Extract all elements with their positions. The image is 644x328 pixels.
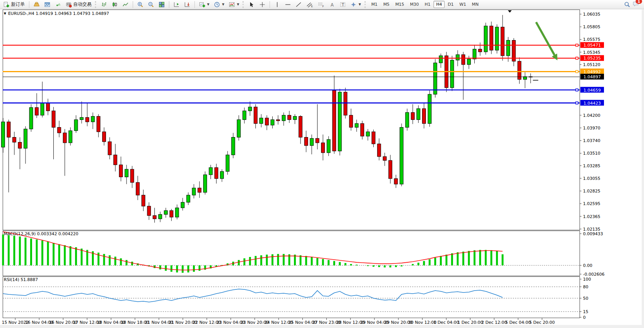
zoom-out-button[interactable] (146, 0, 156, 9)
auto-scroll-button[interactable] (172, 0, 181, 9)
chart-window-button[interactable] (42, 0, 52, 9)
text-tool[interactable]: A (327, 0, 337, 9)
autotrading-button[interactable]: 自动交易 (64, 0, 93, 9)
chevron-down-icon: ▼ (222, 3, 224, 6)
bar-chart-icon (101, 2, 107, 8)
macd-indicator-label: MACD(12,26,9) 0.003342 0.004220 (4, 231, 79, 236)
chart-window: 1.060351.058051.055751.053451.051201.042… (0, 10, 644, 328)
gold-icon (34, 2, 40, 8)
crosshair-icon (259, 2, 265, 8)
svg-text:1.03055: 1.03055 (583, 176, 601, 181)
zoom-in-icon (137, 2, 143, 8)
hline-tool[interactable] (283, 0, 293, 9)
svg-text:1.04897: 1.04897 (583, 74, 601, 79)
candlestick-button[interactable] (110, 0, 120, 9)
bar-chart-button[interactable] (99, 0, 109, 9)
svg-text:1.04659: 1.04659 (583, 88, 601, 93)
svg-text:5 Dec 04:00: 5 Dec 04:00 (505, 320, 531, 325)
signal-icon (55, 2, 61, 8)
svg-text:15 Nov 2022: 15 Nov 2022 (2, 320, 29, 325)
svg-text:1.03285: 1.03285 (583, 163, 601, 168)
svg-text:1.02135: 1.02135 (583, 227, 601, 232)
market-watch-button[interactable] (32, 0, 42, 9)
arrows-dropdown[interactable]: ▼ (348, 0, 363, 9)
timeframe-mn[interactable]: MN (469, 1, 482, 8)
svg-text:1.05345: 1.05345 (583, 50, 601, 55)
timeframe-m1[interactable]: M1 (369, 1, 381, 8)
svg-text:30 Nov 12:00: 30 Nov 12:00 (408, 320, 437, 325)
timeframe-h1[interactable]: H1 (422, 1, 433, 8)
line-chart-button[interactable] (120, 0, 130, 9)
chevron-down-icon: ▼ (207, 3, 209, 6)
timeframe-h4[interactable]: H4 (434, 1, 445, 8)
channel-tool[interactable]: E (304, 0, 315, 9)
svg-text:1.04423: 1.04423 (583, 101, 601, 106)
timeframe-d1[interactable]: D1 (445, 1, 456, 8)
svg-text:80: 80 (583, 284, 588, 289)
toolbar-grip (365, 1, 367, 8)
trendline-tool[interactable] (294, 0, 304, 9)
svg-text:E: E (311, 5, 313, 8)
signals-button[interactable] (53, 0, 63, 9)
periods-dropdown[interactable]: ▼ (212, 0, 226, 9)
svg-text:1.03970: 1.03970 (583, 126, 601, 131)
svg-text:0: 0 (583, 315, 586, 320)
svg-text:-0.002606: -0.002606 (583, 272, 604, 277)
trendline-icon (296, 2, 302, 8)
text-icon: A (329, 2, 335, 8)
new-order-button[interactable]: 新订单 (2, 0, 27, 9)
svg-text:A: A (331, 2, 334, 7)
line-chart-icon (122, 2, 128, 8)
new-chart-dropdown[interactable]: ▼ (197, 0, 211, 9)
zoom-in-button[interactable] (135, 0, 145, 9)
mt4-window: 新订单 (0, 0, 644, 328)
timeframe-w1[interactable]: W1 (457, 1, 469, 8)
svg-text:1.05575: 1.05575 (583, 37, 601, 42)
svg-text:1.05235: 1.05235 (583, 56, 601, 61)
timeframe-m15[interactable]: M15 (393, 1, 407, 8)
svg-text:0.00: 0.00 (583, 263, 593, 268)
toolbar-grip (243, 1, 245, 8)
notifications-button[interactable]: 1 (633, 1, 639, 8)
timeframe-m30[interactable]: M30 (407, 1, 422, 8)
vline-tool[interactable] (272, 0, 282, 9)
toolbar: 新订单 (0, 0, 644, 9)
fibonacci-icon: F (318, 2, 324, 8)
shapes-icon (350, 2, 357, 8)
cursor-tool[interactable] (247, 0, 257, 9)
indicators-icon (229, 2, 235, 8)
zoom-out-icon (148, 2, 154, 8)
svg-text:1.05120: 1.05120 (583, 62, 601, 67)
svg-text:1.04200: 1.04200 (583, 113, 601, 118)
chart-canvas[interactable]: 1.060351.058051.055751.053451.051201.042… (0, 10, 644, 328)
symbol-dropdown-icon[interactable]: ▼ (4, 12, 6, 15)
toolbar-right: 1 (624, 1, 642, 8)
tile-windows-button[interactable] (157, 0, 167, 9)
svg-text:T: T (341, 2, 344, 7)
timeframe-m5[interactable]: M5 (381, 1, 392, 8)
symbol-header: ▼ EURUSD-,H4 1.04919 1.04963 1.04793 1.0… (4, 11, 109, 16)
svg-text:1.05471: 1.05471 (583, 43, 601, 48)
toolbar-grip (95, 1, 98, 8)
chart-shift-button[interactable] (182, 0, 192, 9)
text-label-tool[interactable]: T (338, 0, 348, 9)
indicators-dropdown[interactable]: ▼ (227, 0, 241, 9)
vertical-line-icon (274, 2, 280, 8)
svg-text:100: 100 (583, 277, 591, 282)
clock-icon (214, 2, 220, 8)
new-order-label: 新订单 (11, 1, 25, 8)
cursor-icon (249, 2, 255, 8)
svg-text:15: 15 (583, 309, 588, 314)
crosshair-tool[interactable] (257, 0, 267, 9)
horizontal-line-icon (285, 2, 291, 8)
svg-text:2 Dec 12:00: 2 Dec 12:00 (482, 320, 507, 325)
separator (194, 1, 195, 8)
svg-text:1.04992: 1.04992 (583, 69, 601, 74)
notification-badge: 1 (636, 0, 642, 4)
tile-windows-icon (159, 2, 165, 8)
svg-text:1.06035: 1.06035 (583, 12, 601, 17)
fibonacci-tool[interactable]: F (316, 0, 326, 9)
separator (29, 1, 29, 8)
candlestick-icon (112, 2, 118, 8)
search-icon[interactable] (624, 2, 630, 8)
